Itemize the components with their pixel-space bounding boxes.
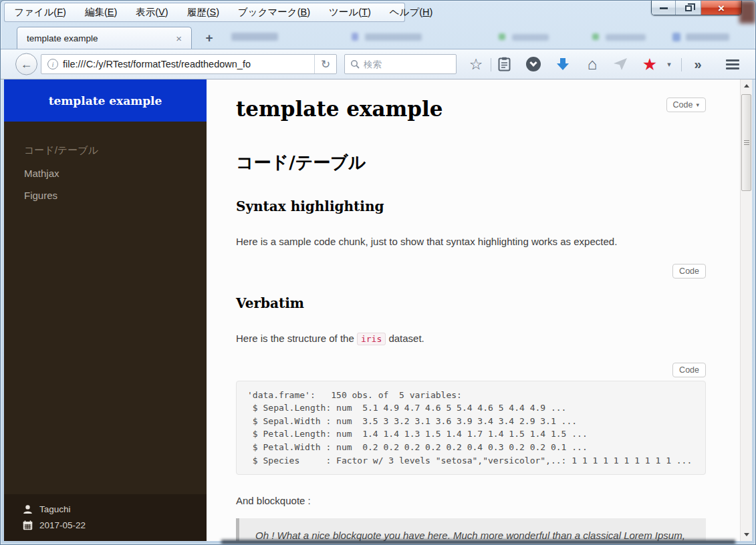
scroll-up-button[interactable] [741,80,753,92]
desktop-ghost-smudge [499,33,505,40]
tab-title: template example [27,33,173,43]
menu-help[interactable]: ヘルプ(H) [390,6,433,19]
code-line: $ Sepal.Width : num 3.5 3 3.2 3.1 3.6 3.… [247,415,695,428]
scrollbar-thumb[interactable] [741,94,751,191]
pocket-icon[interactable] [525,55,542,73]
code-line: $ Petal.Width : num 0.2 0.2 0.2 0.2 0.2 … [247,441,695,454]
window-controls: × [651,1,742,15]
paragraph-verbatim: Here is the structure of the iris datase… [236,331,706,347]
minimize-icon [660,7,668,9]
send-tab-icon[interactable] [612,55,629,73]
back-button[interactable]: ← [15,53,37,75]
menu-label: ) [114,7,117,17]
reading-list-icon[interactable] [495,55,513,73]
desktop-ghost-smudge [221,540,735,544]
home-icon[interactable]: ⌂ [584,55,601,73]
pocket-badge [526,57,541,71]
menu-label: ツール( [329,7,362,17]
menu-label: ブックマーク( [238,7,301,17]
menu-mnemonic: B [301,7,307,17]
text: Here is the structure of the [236,333,357,344]
restore-button[interactable] [676,1,701,15]
code-button-label: Code [679,365,699,375]
restore-icon [685,5,692,11]
menu-label: ヘルプ( [390,7,422,17]
bar [726,63,739,65]
inline-code-iris: iris [357,333,386,345]
url-input[interactable] [63,55,314,73]
document-date: 2017-05-22 [39,520,86,530]
paragraph-blockquote-intro: And blockquote : [236,494,706,509]
chevron-down-icon [529,59,537,66]
sidebar-item-code-tables[interactable]: コード/テーブル [24,139,207,162]
date-row: 2017-05-22 [23,517,207,533]
overflow-chevron-icon[interactable]: » [689,55,707,73]
menu-label: ) [368,7,371,17]
menu-mnemonic: F [57,7,63,17]
menu-label: ) [165,7,168,17]
new-tab-button[interactable]: + [199,29,220,47]
code-line: $ Species : Factor w/ 3 levels "setosa",… [247,454,695,468]
menu-mnemonic: V [158,7,165,17]
download-arrow-stem [560,58,565,63]
heading-verbatim: Verbatim [236,295,706,311]
page-info-icon[interactable]: i [47,59,58,69]
menu-file[interactable]: ファイル(F) [14,6,66,19]
bookmark-star-icon[interactable]: ☆ [467,55,485,73]
bar [726,59,739,61]
menu-mnemonic: S [209,7,216,17]
code-menu-label: Code [673,100,693,110]
menu-tools[interactable]: ツール(T) [329,6,371,19]
sidebar-item-figures[interactable]: Figures [24,184,207,206]
desktop-ghost-smudge [592,33,599,40]
text: dataset. [386,333,424,344]
section-heading-code-tables: コード/テーブル [236,151,706,174]
tab-close-icon[interactable]: × [173,32,184,45]
menu-label: 表示( [136,7,158,17]
menu-bookmarks[interactable]: ブックマーク(B) [238,6,310,19]
sidebar-item-mathjax[interactable]: Mathjax [24,162,207,184]
chevron-down-icon: ▾ [696,102,699,108]
bookmarks-caret-icon[interactable]: ▾ [664,55,674,73]
search-icon [350,59,360,69]
download-arrow-head [557,63,569,70]
desktop-ghost-smudge [606,34,646,41]
code-menu-button[interactable]: Code ▾ [666,98,706,112]
hamburger-menu-icon[interactable] [724,55,741,73]
close-icon: × [718,3,725,14]
sidebar-header: template example [4,79,207,122]
code-toggle-button[interactable]: Code [672,264,706,279]
menu-edit[interactable]: 編集(E) [85,6,117,19]
desktop-ghost-smudge [352,33,358,41]
browser-window: ファイル(F) 編集(E) 表示(V) 履歴(S) ブックマーク(B) ツール(… [0,0,756,545]
code-toggle-button[interactable]: Code [672,363,706,377]
reload-icon[interactable]: ↻ [315,57,336,71]
paragraph-syntax: Here is a sample code chunk, just to sho… [236,234,706,250]
divider [491,58,491,71]
close-button[interactable]: × [701,1,741,15]
code-button-row: Code [236,264,706,279]
search-input[interactable] [364,59,456,69]
download-icon[interactable] [554,55,572,73]
menu-mnemonic: E [108,7,114,17]
str-output-block: 'data.frame': 150 obs. of 5 variables: $… [236,381,706,476]
search-bar [344,54,457,74]
page-title: template example [236,98,706,122]
page-scrollbar[interactable] [740,79,752,541]
desktop-ghost-smudge [512,34,549,41]
code-line: $ Sepal.Length: num 5.1 4.9 4.7 4.6 5 5.… [247,401,695,415]
desktop-ghost-smudge [739,1,755,23]
menu-label: ファイル( [14,7,57,17]
starred-icon[interactable]: ★ [641,55,658,73]
heading-syntax-highlighting: Syntax highlighting [236,198,706,214]
menu-history[interactable]: 履歴(S) [187,6,219,19]
sidebar: template example コード/テーブル Mathjax Figure… [4,79,207,541]
scroll-down-button[interactable] [741,529,753,540]
thumb-grip [744,142,749,143]
titlebar: ファイル(F) 編集(E) 表示(V) 履歴(S) ブックマーク(B) ツール(… [1,1,755,25]
back-icon: ← [21,57,33,71]
menu-view[interactable]: 表示(V) [136,6,168,19]
blockquote: Oh ! What a nice blockquote you have her… [236,518,706,541]
minimize-button[interactable] [652,1,676,15]
tab-template-example[interactable]: template example × [17,27,192,49]
